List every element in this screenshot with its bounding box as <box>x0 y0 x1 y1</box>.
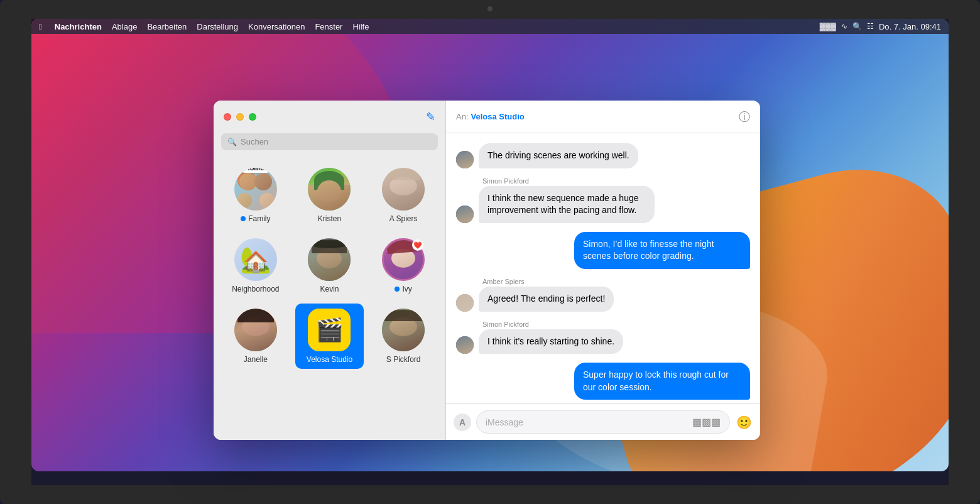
search-placeholder-text: Suchen <box>241 137 268 146</box>
wifi-icon: ∿ <box>841 22 847 31</box>
menubar-right: ▓▓▓ ∿ 🔍 ☷ Do. 7. Jan. 09:41 <box>820 22 941 31</box>
messages-window: ✎ 🔍 Suchen Home! <box>214 101 760 440</box>
contact-name-velosa: Velosa Studio <box>307 355 352 364</box>
search-menubar-icon[interactable]: 🔍 <box>852 22 862 31</box>
simon-avatar-small-3 <box>456 336 474 354</box>
contact-item-family[interactable]: Home! Family <box>221 163 290 228</box>
janelle-avatar <box>234 309 277 351</box>
contact-name-family: Family <box>248 214 270 223</box>
contact-item-janelle[interactable]: Janelle <box>221 304 290 369</box>
contact-name-neighborhood: Neighborhood <box>232 285 279 293</box>
battery-icon: ▓▓▓ <box>820 22 836 31</box>
simon-avatar-small-2 <box>456 205 474 223</box>
contact-grid: Home! Family <box>214 158 445 374</box>
kevin-avatar <box>308 238 351 281</box>
message-bubble-1: The driving scenes are working well. <box>479 143 638 168</box>
chat-input-area: A iMessage ▩▩▩ 🙂 <box>446 403 760 440</box>
spickford-avatar <box>382 309 425 351</box>
menubar-left:  Nachrichten Ablage Bearbeiten Darstell… <box>39 22 369 31</box>
search-icon: 🔍 <box>227 138 237 146</box>
family-avatar: Home! <box>234 168 277 211</box>
search-bar[interactable]: 🔍 Suchen <box>221 133 438 150</box>
menubar-datetime: Do. 7. Jan. 09:41 <box>879 22 941 31</box>
audio-waveform-icon[interactable]: ▩▩▩ <box>692 416 721 428</box>
contact-name-aspiers: A Spiers <box>389 214 418 223</box>
emoji-button[interactable]: 🙂 <box>735 414 753 431</box>
sender-name-amber: Amber Spiers <box>482 278 750 285</box>
chat-header-contact-name[interactable]: Velosa Studio <box>471 112 525 121</box>
chat-messages: The driving scenes are working well. Sim… <box>446 133 760 403</box>
maximize-button[interactable] <box>249 113 256 121</box>
laptop-frame:  Nachrichten Ablage Bearbeiten Darstell… <box>0 0 980 504</box>
amber-avatar-small <box>456 294 474 312</box>
simon-avatar-small-1 <box>456 151 474 168</box>
sidebar: ✎ 🔍 Suchen Home! <box>214 101 446 440</box>
kristen-avatar <box>308 168 351 211</box>
aspiers-avatar <box>382 168 425 211</box>
message-row-2: I think the new sequence made a huge imp… <box>456 186 750 223</box>
contact-item-spickford[interactable]: S Pickford <box>369 304 438 369</box>
apple-logo-icon[interactable]:  <box>39 22 42 31</box>
message-group-1: The driving scenes are working well. <box>456 143 750 170</box>
menubar:  Nachrichten Ablage Bearbeiten Darstell… <box>31 19 949 34</box>
family-unread-dot <box>241 216 246 221</box>
compose-button[interactable]: ✎ <box>426 110 435 124</box>
contact-name-janelle: Janelle <box>244 355 268 364</box>
message-group-3: Simon, I’d like to finesse the night sce… <box>456 232 750 270</box>
ivy-unread-dot <box>395 287 400 292</box>
menubar-item-fenster[interactable]: Fenster <box>315 22 342 31</box>
contact-name-ivy: Ivy <box>402 285 411 293</box>
close-button[interactable] <box>224 113 231 121</box>
menubar-item-darstellung[interactable]: Darstellung <box>197 22 238 31</box>
bezel-bottom <box>0 485 980 504</box>
menubar-app-name[interactable]: Nachrichten <box>55 22 102 31</box>
ivy-heart-badge: ❤️ <box>412 239 423 251</box>
message-row-1: The driving scenes are working well. <box>456 143 750 168</box>
ivy-avatar-container: ❤️ <box>382 238 425 285</box>
contact-item-velosa-studio[interactable]: 🎬 Velosa Studio <box>295 304 364 369</box>
message-group-6: Super happy to lock this rough cut for o… <box>456 363 750 401</box>
minimize-button[interactable] <box>236 113 244 121</box>
menubar-item-konversationen[interactable]: Konversationen <box>248 22 305 31</box>
contact-item-ivy[interactable]: ❤️ Ivy <box>369 233 438 299</box>
message-bubble-2: I think the new sequence made a huge imp… <box>479 186 655 223</box>
contact-item-kristen[interactable]: Kristen <box>295 163 364 228</box>
sender-name-simon-1: Simon Pickford <box>482 177 750 185</box>
message-row-4: Agreed! The ending is perfect! <box>456 287 750 312</box>
camera-dot <box>487 6 493 11</box>
message-bubble-3: Simon, I’d like to finesse the night sce… <box>574 232 750 269</box>
traffic-lights <box>224 113 256 121</box>
message-bubble-4: Agreed! The ending is perfect! <box>479 287 614 312</box>
imessage-placeholder: iMessage <box>486 417 523 427</box>
message-input-field[interactable]: iMessage ▩▩▩ <box>476 410 730 434</box>
message-bubble-5: I think it’s really starting to shine. <box>479 329 623 354</box>
message-group-5: Simon Pickford I think it’s really start… <box>456 320 750 356</box>
control-center-icon[interactable]: ☷ <box>867 22 874 31</box>
contact-name-kristen: Kristen <box>318 214 341 223</box>
contact-name-kevin: Kevin <box>320 285 339 293</box>
sidebar-titlebar: ✎ <box>214 101 445 133</box>
message-group-2: Simon Pickford I think the new sequence … <box>456 177 750 224</box>
chat-panel: An: Velosa Studio ⓘ The driving scenes a… <box>446 101 760 440</box>
message-row-5: I think it’s really starting to shine. <box>456 329 750 354</box>
apps-button[interactable]: A <box>454 414 471 431</box>
contact-item-neighborhood[interactable]: 🏡 Neighborhood <box>221 233 290 299</box>
contact-item-kevin[interactable]: Kevin <box>295 233 364 299</box>
message-row-3: Simon, I’d like to finesse the night sce… <box>456 232 750 269</box>
bezel-top <box>0 0 980 19</box>
chat-header: An: Velosa Studio ⓘ <box>446 101 760 133</box>
chat-info-button[interactable]: ⓘ <box>739 109 750 124</box>
contact-name-spickford: S Pickford <box>386 355 421 364</box>
bezel-left <box>0 19 31 485</box>
sender-name-simon-2: Simon Pickford <box>482 320 750 328</box>
message-bubble-6: Super happy to lock this rough cut for o… <box>574 363 750 400</box>
message-group-4: Amber Spiers Agreed! The ending is perfe… <box>456 278 750 313</box>
message-row-6: Super happy to lock this rough cut for o… <box>456 363 750 400</box>
chat-header-to-label: An: <box>456 112 469 121</box>
bezel-right <box>949 19 980 485</box>
menubar-item-hilfe[interactable]: Hilfe <box>352 22 369 31</box>
contact-item-aspiers[interactable]: A Spiers <box>369 163 438 228</box>
velosa-avatar: 🎬 <box>308 309 351 351</box>
menubar-item-ablage[interactable]: Ablage <box>112 22 137 31</box>
menubar-item-bearbeiten[interactable]: Bearbeiten <box>147 22 187 31</box>
